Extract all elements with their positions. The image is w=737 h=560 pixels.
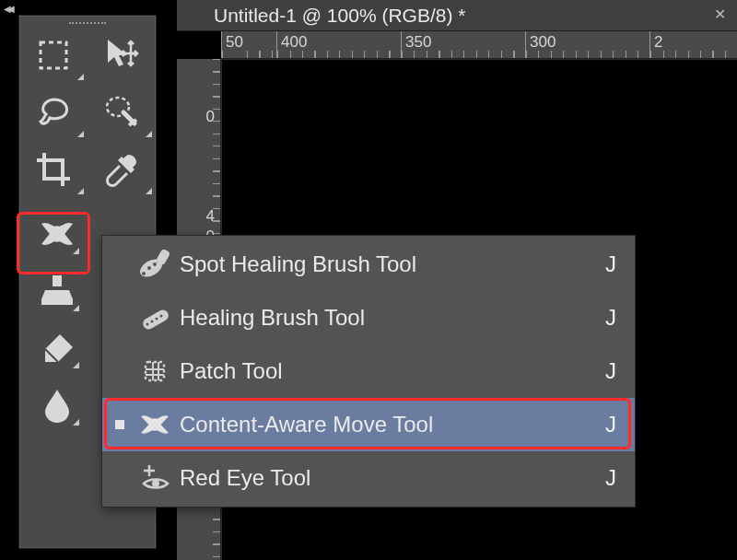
ruler-tick-label: 350 bbox=[405, 33, 431, 51]
flyout-label: Spot Healing Brush Tool bbox=[180, 251, 598, 277]
ruler-tick-label: 300 bbox=[530, 33, 556, 51]
svg-rect-5 bbox=[41, 299, 73, 305]
panel-grip[interactable] bbox=[19, 16, 156, 27]
spot-healing-icon bbox=[136, 246, 173, 283]
content-aware-move-icon bbox=[136, 406, 173, 443]
ruler-tick-label: 4 bbox=[206, 206, 215, 227]
svg-point-15 bbox=[156, 318, 158, 321]
tool-crop[interactable] bbox=[19, 141, 88, 198]
tool-eyedropper[interactable] bbox=[88, 141, 156, 198]
red-eye-icon bbox=[136, 460, 173, 496]
flyout-label: Patch Tool bbox=[180, 358, 598, 384]
tool-flyout-menu: Spot Healing Brush Tool J Healing Brush … bbox=[101, 235, 636, 508]
eyedropper-icon bbox=[101, 149, 142, 190]
ruler-tick-label: 50 bbox=[226, 33, 243, 51]
crop-icon bbox=[33, 149, 74, 190]
svg-point-13 bbox=[146, 323, 149, 326]
flyout-item-spot-healing[interactable]: Spot Healing Brush Tool J bbox=[102, 238, 635, 291]
marquee-icon bbox=[35, 37, 72, 74]
lasso-icon bbox=[33, 92, 74, 133]
svg-rect-17 bbox=[146, 362, 164, 380]
svg-point-7 bbox=[142, 272, 146, 275]
tool-marquee[interactable] bbox=[19, 27, 88, 84]
tool-move[interactable] bbox=[88, 27, 156, 84]
svg-rect-0 bbox=[41, 42, 66, 68]
svg-point-14 bbox=[151, 321, 154, 323]
close-tab-icon[interactable]: ✕ bbox=[714, 6, 726, 23]
svg-point-16 bbox=[160, 315, 163, 318]
svg-point-8 bbox=[147, 266, 151, 270]
collapse-panel-arrows[interactable]: ◀◀ bbox=[4, 4, 11, 14]
flyout-item-healing-brush[interactable]: Healing Brush Tool J bbox=[102, 291, 635, 344]
flyout-item-red-eye[interactable]: Red Eye Tool J bbox=[102, 451, 635, 505]
flyout-shortcut: J bbox=[598, 358, 616, 384]
flyout-item-patch[interactable]: Patch Tool J bbox=[102, 344, 635, 398]
flyout-shortcut: J bbox=[598, 465, 616, 491]
ruler-horizontal: 50 400 350 300 2 bbox=[221, 31, 737, 59]
flyout-shortcut: J bbox=[598, 251, 616, 277]
flyout-label: Red Eye Tool bbox=[180, 465, 598, 491]
quick-selection-icon bbox=[101, 92, 142, 133]
flyout-label: Content-Aware Move Tool bbox=[180, 412, 598, 438]
move-icon bbox=[101, 35, 142, 76]
ruler-tick-label: 2 bbox=[654, 33, 662, 51]
ruler-tick-label: 400 bbox=[281, 33, 307, 51]
document-title: Untitled-1 @ 100% (RGB/8) * bbox=[214, 5, 465, 27]
svg-rect-4 bbox=[53, 275, 62, 286]
flyout-label: Healing Brush Tool bbox=[180, 305, 598, 331]
flyout-item-content-aware-move[interactable]: Content-Aware Move Tool J bbox=[102, 398, 635, 451]
patch-icon bbox=[136, 353, 173, 390]
svg-point-9 bbox=[153, 262, 157, 266]
document-tab[interactable]: Untitled-1 @ 100% (RGB/8) * ✕ bbox=[177, 0, 737, 31]
svg-point-24 bbox=[152, 480, 159, 487]
tool-quick-selection[interactable] bbox=[88, 84, 156, 141]
flyout-shortcut: J bbox=[598, 305, 616, 331]
app-frame: ◀◀ Untitled-1 @ 100% (RGB/8) * ✕ 50 400 … bbox=[0, 0, 737, 560]
ruler-tick-label: 0 bbox=[206, 107, 215, 127]
healing-brush-icon bbox=[136, 299, 173, 336]
tool-lasso[interactable] bbox=[19, 84, 88, 141]
flyout-shortcut: J bbox=[598, 412, 616, 438]
